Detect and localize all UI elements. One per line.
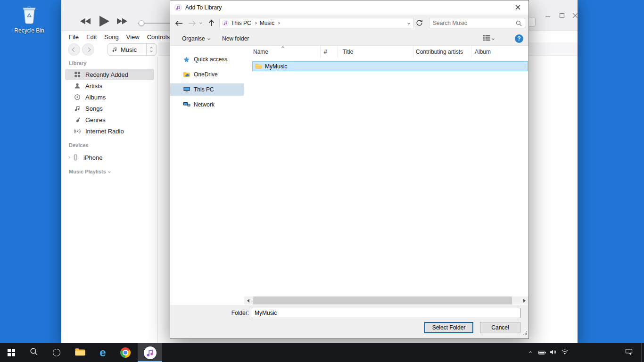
chrome-button[interactable] [114,343,137,362]
show-desktop-button[interactable] [641,343,644,362]
volume-slider[interactable] [138,23,173,24]
play-button[interactable] [98,15,110,29]
forward-button[interactable] [188,20,196,28]
fast-forward-button[interactable] [116,17,127,27]
dialog-body: Quick access OneDrive This PC Network Na… [170,46,528,305]
history-dropdown-button[interactable] [200,22,202,24]
sidebar-item-albums[interactable]: Albums [65,91,154,103]
nav-pane-label: Network [194,101,215,108]
volume-knob[interactable] [139,20,144,26]
folder-input[interactable] [251,308,520,318]
nav-pane-network[interactable]: Network [170,99,244,111]
breadcrumb-chevron-icon[interactable] [254,22,257,25]
up-button[interactable] [208,19,215,28]
itunes-taskbar-button[interactable] [138,343,162,362]
cancel-button[interactable]: Cancel [480,322,520,333]
menu-edit[interactable]: Edit [83,33,100,41]
sidebar-item-iphone[interactable]: iPhone [65,152,154,163]
album-disc-icon [74,93,81,101]
horizontal-scrollbar[interactable] [244,296,528,304]
address-bar[interactable]: This PC Music [219,18,414,28]
media-picker[interactable]: Music [107,43,157,56]
artist-mic-icon [74,82,81,90]
up-arrow-icon [208,19,215,28]
action-center-button[interactable] [621,343,636,362]
sidebar-item-label: iPhone [83,154,102,161]
address-dropdown-icon[interactable] [407,22,410,25]
itunes-icon [144,346,157,359]
taskbar-search-button[interactable] [23,343,45,362]
nav-pane-this-pc[interactable]: This PC [170,83,244,96]
column-header-album[interactable]: Album [471,46,528,58]
search-box[interactable] [429,18,525,28]
menu-file[interactable]: File [65,33,83,41]
chevron-down-icon [492,37,495,40]
show-hidden-icons-button[interactable] [524,343,537,362]
computer-icon [182,86,190,94]
internet-explorer-button[interactable]: e [91,343,114,362]
organise-label: Organise [182,35,205,42]
cortana-circle-icon [53,349,60,356]
playlists-header[interactable]: Music Playlists [69,169,110,174]
sidebar-item-artists[interactable]: Artists [65,80,154,91]
minimize-button[interactable] [544,12,552,20]
file-row-mymusic[interactable]: MyMusic [252,61,528,71]
scrollbar-track[interactable] [252,296,520,304]
network-tray-icon[interactable] [559,343,570,362]
back-button[interactable] [175,20,183,28]
search-icon [30,347,38,358]
column-header-number[interactable]: # [321,46,338,58]
breadcrumb-chevron-icon[interactable] [277,22,280,25]
scroll-right-button[interactable] [520,296,528,304]
nav-pane-quick-access[interactable]: Quick access [170,53,244,66]
file-explorer-button[interactable] [69,343,91,362]
breadcrumb-this-pc[interactable]: This PC [229,18,254,28]
recycle-bin[interactable]: Recycle Bin [10,4,48,34]
column-header-contributing-artists[interactable]: Contributing artists [413,46,471,58]
cortana-button[interactable] [45,343,68,362]
broadcast-icon [74,127,81,135]
breadcrumb-music[interactable]: Music [257,18,277,28]
music-note-icon [74,105,81,112]
select-folder-button[interactable]: Select Folder [424,322,473,333]
column-headers: Name # Title Contributing artists Album [244,46,528,58]
wifi-icon [561,348,569,357]
close-icon [515,3,520,12]
change-view-button[interactable] [483,32,494,45]
sidebar-item-recently-added[interactable]: Recently Added [65,69,154,80]
column-header-name[interactable]: Name [244,46,321,58]
search-input[interactable] [429,20,516,26]
menu-song[interactable]: Song [100,33,122,41]
sidebar-item-songs[interactable]: Songs [65,103,154,114]
resize-grip[interactable] [523,329,528,337]
organise-button[interactable]: Organise [182,32,210,45]
nav-pane-onedrive[interactable]: OneDrive [170,68,244,81]
help-button[interactable]: ? [515,34,523,43]
battery-tray-icon[interactable] [537,343,548,362]
sidebar-item-label: Genres [85,116,106,123]
sidebar-item-label: Internet Radio [85,128,124,135]
scroll-left-button[interactable] [244,296,252,304]
start-button[interactable] [0,343,23,362]
refresh-button[interactable] [416,19,423,28]
column-header-title[interactable]: Title [338,46,413,58]
menu-view[interactable]: View [123,33,143,41]
sidebar-item-label: Songs [85,105,103,112]
maximize-button[interactable] [558,12,566,20]
menu-controls[interactable]: Controls [143,33,173,41]
sidebar-item-internet-radio[interactable]: Internet Radio [65,125,154,137]
chevron-left-icon [72,47,76,52]
scrollbar-thumb[interactable] [253,296,512,304]
new-folder-button[interactable]: New folder [222,32,249,45]
rewind-button[interactable] [80,17,91,27]
sidebar-item-label: Recently Added [85,71,128,78]
expand-chevron-icon[interactable] [67,156,70,159]
dialog-close-button[interactable] [507,0,528,15]
itunes-back-button[interactable] [68,43,80,56]
itunes-forward-button[interactable] [82,43,94,56]
search-icon[interactable] [516,20,522,26]
help-icon: ? [517,35,520,42]
sidebar-item-genres[interactable]: Genres [65,114,154,125]
volume-tray-icon[interactable] [548,343,559,362]
close-button[interactable] [571,12,579,20]
